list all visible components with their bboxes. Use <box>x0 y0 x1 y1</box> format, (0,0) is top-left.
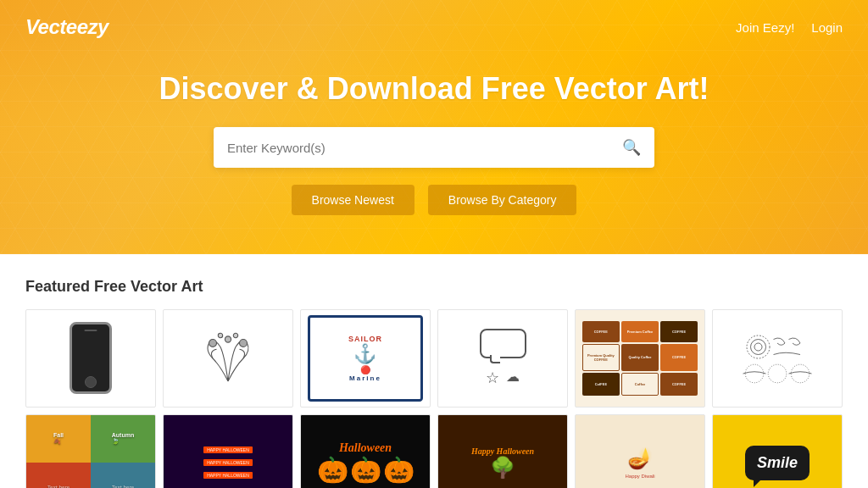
hero-section: Vecteezy Join Eezy! Login Discover & Dow… <box>0 0 868 254</box>
featured-row-2: Fall🍂 Autumn🍃 Text here Text here HAPPY … <box>25 414 843 489</box>
svg-point-1 <box>225 336 231 342</box>
thumbnail-diwali[interactable]: 🪔 Happy Diwali <box>575 414 705 489</box>
pumpkin-icon-3: 🎃 <box>383 455 415 485</box>
coffee-badge-9: COFFEE <box>660 373 698 396</box>
pumpkin-icon-2: 🎃 <box>350 455 381 485</box>
halloween-pumpkin-scene: Halloween 🎃 🎃 🎃 <box>317 441 415 485</box>
diwali-scene: 🪔 Happy Diwali <box>625 446 654 479</box>
tree-icon: 🌳 <box>490 456 515 480</box>
coffee-badge-3: COFFEE <box>660 321 698 342</box>
smile-text: Smile <box>757 454 798 471</box>
svg-point-5 <box>747 336 770 358</box>
fall-cell-1: Fall🍂 <box>26 415 91 463</box>
sailor-bottom-text: Marine <box>349 374 381 382</box>
coffee-labels: COFFEE Premium Coffee COFFEE Premium Qua… <box>579 318 701 399</box>
speech-bubble-icon <box>480 329 526 358</box>
section-title: Featured Free Vector Art <box>25 278 843 296</box>
thumbnail-ornaments[interactable] <box>712 309 843 408</box>
coffee-badge-5: Quality Coffee <box>621 344 659 371</box>
sailor-anchor-icon: ⚓ <box>353 343 376 365</box>
svg-point-9 <box>768 364 787 383</box>
halloween-banner-2: HAPPY HALLOWEEN <box>203 459 253 466</box>
halloween-banner-1: HAPPY HALLOWEEN <box>203 446 253 453</box>
browse-buttons: Browse Newest Browse By Category <box>292 185 577 215</box>
svg-point-6 <box>751 339 766 354</box>
halloween-tree-text: Happy Halloween <box>471 446 534 456</box>
fall-cell-3: Text here <box>26 463 91 488</box>
halloween-banner-3: HAPPY HALLOWEEN <box>203 472 253 479</box>
pumpkin-row: 🎃 🎃 🎃 <box>317 455 415 485</box>
coffee-badge-8: Coffee <box>621 373 659 396</box>
thumbnail-halloween-banners[interactable]: HAPPY HALLOWEEN HAPPY HALLOWEEN HAPPY HA… <box>163 414 293 489</box>
thumbnail-smile[interactable]: Smile <box>712 414 843 489</box>
nav-links: Join Eezy! Login <box>736 20 843 35</box>
thumbnail-phone[interactable] <box>25 309 156 408</box>
login-link[interactable]: Login <box>811 20 843 35</box>
smile-bubble: Smile <box>745 446 810 480</box>
cloud-icon: ☁ <box>506 369 520 387</box>
pumpkin-icon-1: 🎃 <box>317 455 348 485</box>
thumbnail-floral[interactable] <box>163 309 293 408</box>
diya-icon: 🪔 <box>627 446 653 470</box>
site-logo[interactable]: Vecteezy <box>25 15 108 39</box>
main-content: Featured Free Vector Art <box>0 254 868 488</box>
browse-category-button[interactable]: Browse By Category <box>428 185 577 215</box>
star-icon: ☆ <box>486 369 499 387</box>
coffee-badge-6: COFFEE <box>660 344 698 371</box>
svg-point-4 <box>233 333 237 337</box>
join-link[interactable]: Join Eezy! <box>736 20 794 35</box>
svg-point-7 <box>754 343 762 351</box>
coffee-badge-4: Premium Quality COFFEE <box>582 344 620 371</box>
svg-point-3 <box>218 333 222 337</box>
halloween-tree-scene: Happy Halloween 🌳 <box>471 446 534 480</box>
sailor-top-text: SAILOR <box>348 335 382 343</box>
sailor-stamp: SAILOR ⚓ 🔴 Marine <box>308 315 424 402</box>
coffee-badge-2: Premium Coffee <box>621 321 659 342</box>
speech-icons: ☆ ☁ <box>480 329 526 387</box>
hero-content: Discover & Download Free Vector Art! 🔍 B… <box>159 71 709 215</box>
coffee-badge-1: COFFEE <box>582 321 620 342</box>
fall-cell-4: Text here <box>91 463 155 488</box>
thumbnail-halloween-pumpkins[interactable]: Halloween 🎃 🎃 🎃 <box>300 414 431 489</box>
svg-point-10 <box>791 364 810 383</box>
thumbnail-fall[interactable]: Fall🍂 Autumn🍃 Text here Text here <box>25 414 156 489</box>
search-bar: 🔍 <box>214 127 654 168</box>
thumbnail-coffee[interactable]: COFFEE Premium Coffee COFFEE Premium Qua… <box>575 309 705 408</box>
svg-point-2 <box>240 339 248 347</box>
svg-point-0 <box>209 339 217 347</box>
coffee-badge-7: CofFEE <box>582 373 620 396</box>
phone-icon <box>70 322 112 394</box>
floral-icon <box>176 319 280 396</box>
thumbnail-speech[interactable]: ☆ ☁ <box>437 309 568 408</box>
diwali-text: Happy Diwali <box>625 474 654 479</box>
top-navigation: Vecteezy Join Eezy! Login <box>25 0 843 54</box>
halloween-title-text: Halloween <box>339 441 392 455</box>
svg-point-8 <box>745 364 764 383</box>
halloween-banners: HAPPY HALLOWEEN HAPPY HALLOWEEN HAPPY HA… <box>203 445 253 480</box>
ornaments-icon <box>726 319 829 396</box>
hero-title: Discover & Download Free Vector Art! <box>159 71 709 107</box>
fall-cell-2: Autumn🍃 <box>91 415 155 463</box>
browse-newest-button[interactable]: Browse Newest <box>292 185 415 215</box>
fall-grid: Fall🍂 Autumn🍃 Text here Text here <box>26 415 155 489</box>
featured-row-1: SAILOR ⚓ 🔴 Marine ☆ ☁ COFFEE Pre <box>25 309 843 408</box>
thumbnail-sailor[interactable]: SAILOR ⚓ 🔴 Marine <box>300 309 431 408</box>
search-icon: 🔍 <box>622 138 641 157</box>
thumbnail-halloween-tree[interactable]: Happy Halloween 🌳 <box>437 414 568 489</box>
search-input[interactable] <box>227 141 622 155</box>
